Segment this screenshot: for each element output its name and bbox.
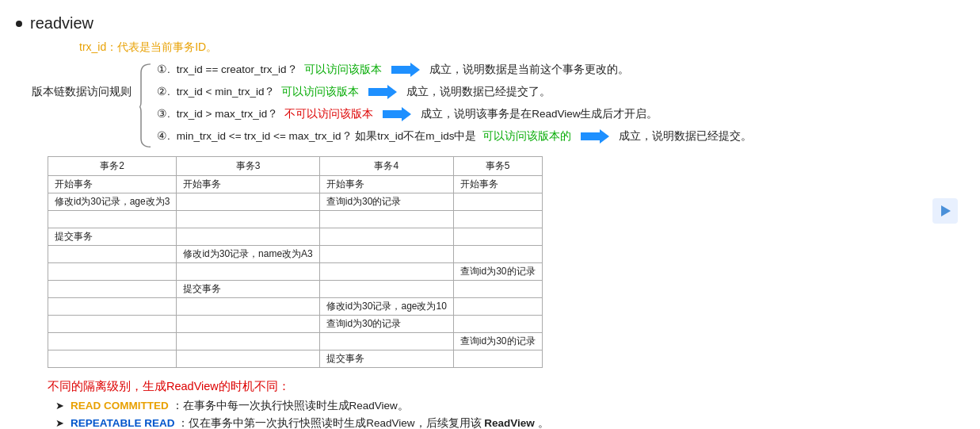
- rule-2-highlight: 可以访问该版本: [281, 84, 359, 100]
- table-header-3: 事务4: [319, 157, 453, 176]
- triangle-icon-1: ➤: [55, 400, 64, 412]
- table-row: 开始事务 开始事务 开始事务 开始事务: [48, 176, 543, 193]
- cell: [48, 211, 177, 228]
- table-row: 提交事务: [48, 281, 543, 298]
- main-content: trx_id：代表是当前事务ID。 版本链数据访问规则 ①. trx_id ==…: [32, 40, 956, 429]
- rule-3-highlight: 不可以访问该版本: [284, 106, 373, 122]
- rules-section: trx_id：代表是当前事务ID。 版本链数据访问规则 ①. trx_id ==…: [32, 40, 956, 429]
- cell: 开始事务: [319, 176, 453, 193]
- rule-3-result: 成立，说明该事务是在ReadView生成后才开启。: [421, 106, 658, 122]
- cell: [319, 281, 453, 298]
- cell: [319, 333, 453, 350]
- version-chain-wrapper: 版本链数据访问规则 ①. trx_id == creator_trx_id？ 可…: [32, 61, 956, 148]
- cell: 修改id为30记录，age改为10: [319, 298, 453, 316]
- play-button[interactable]: [932, 198, 958, 224]
- bottom-item-2-suffix: ：仅在事务中第一次执行快照读时生成ReadView，后续复用该: [177, 417, 481, 429]
- cell: [177, 228, 319, 246]
- cell: 提交事务: [319, 350, 453, 368]
- rule-1-num: ①.: [157, 62, 170, 78]
- table-row: 修改id为30记录，age改为10: [48, 298, 543, 316]
- cell: [177, 263, 319, 281]
- table-section: 事务2 事务3 事务4 事务5 开始事务 开始事务 开始事务 开始事务 修改id…: [48, 156, 956, 368]
- rule-4-text: min_trx_id <= trx_id <= max_trx_id？ 如果tr…: [177, 128, 477, 144]
- rule-3-num: ③.: [157, 106, 170, 122]
- arrow-1: [391, 61, 420, 79]
- bullet-icon: [16, 21, 22, 27]
- table-header-4: 事务5: [453, 157, 542, 176]
- rule-row-3: ③. trx_id > max_trx_id？ 不可以访问该版本 成立，说明该事…: [157, 105, 956, 123]
- rule-2-text: trx_id < min_trx_id？: [177, 84, 276, 100]
- table-header-1: 事务2: [48, 157, 177, 176]
- svg-marker-4: [941, 205, 951, 216]
- cell: [177, 316, 319, 333]
- transaction-table: 事务2 事务3 事务4 事务5 开始事务 开始事务 开始事务 开始事务 修改id…: [48, 156, 543, 368]
- cell: [48, 246, 177, 263]
- svg-marker-3: [581, 129, 609, 144]
- cell: [177, 350, 319, 368]
- trx-id-text: trx_id：代表是当前事务ID。: [79, 40, 217, 53]
- arrow-2: [368, 83, 397, 101]
- cell: 查询id为30的记录: [453, 333, 542, 350]
- table-row: 提交事务: [48, 350, 543, 368]
- rule-2-result: 成立，说明数据已经提交了。: [406, 84, 551, 100]
- arrow-3: [383, 105, 411, 123]
- cell: 修改id为30记录，age改为3: [48, 193, 177, 211]
- cell: 提交事务: [177, 281, 319, 298]
- cell: [453, 298, 542, 316]
- cell: 提交事务: [48, 228, 177, 246]
- table-row: 提交事务: [48, 228, 543, 246]
- cell: 查询id为30的记录: [319, 193, 453, 211]
- cell: [48, 281, 177, 298]
- cell: 开始事务: [453, 176, 542, 193]
- cell: [319, 263, 453, 281]
- cell: [319, 228, 453, 246]
- bottom-item-1-text: READ COMMITTED ：在事务中每一次执行快照读时生成ReadView。: [71, 399, 409, 413]
- rule-2-num: ②.: [157, 84, 170, 100]
- svg-marker-1: [368, 85, 397, 99]
- table-header-2: 事务3: [177, 157, 319, 176]
- bottom-title: 不同的隔离级别，生成ReadView的时机不同：: [48, 379, 956, 394]
- triangle-icon-2: ➤: [55, 417, 64, 429]
- version-chain-label: 版本链数据访问规则: [32, 85, 132, 99]
- cell: [48, 316, 177, 333]
- cell: 开始事务: [177, 176, 319, 193]
- cell: [177, 333, 319, 350]
- cell: 开始事务: [48, 176, 177, 193]
- rule-4-result: 成立，说明数据已经提交。: [619, 128, 752, 144]
- bottom-item-2: ➤ REPEATABLE READ ：仅在事务中第一次执行快照读时生成ReadV…: [55, 416, 956, 429]
- cell: [177, 298, 319, 316]
- repeatable-read-suffix: ReadView: [484, 417, 535, 429]
- bottom-item-2-text: REPEATABLE READ ：仅在事务中第一次执行快照读时生成ReadVie…: [71, 416, 549, 429]
- cell: [48, 298, 177, 316]
- cell: 修改id为30记录，name改为A3: [177, 246, 319, 263]
- rule-row-2: ②. trx_id < min_trx_id？ 可以访问该版本 成立，说明数据已…: [157, 83, 956, 101]
- svg-marker-2: [383, 107, 411, 121]
- rule-1-text: trx_id == creator_trx_id？: [177, 62, 298, 78]
- cell: [453, 246, 542, 263]
- rule-1-highlight: 可以访问该版本: [304, 62, 382, 78]
- cell: [453, 316, 542, 333]
- rule-4-highlight: 可以访问该版本的: [482, 128, 571, 144]
- trx-id-label: trx_id：代表是当前事务ID。: [79, 40, 956, 55]
- table-row: 查询id为30的记录: [48, 316, 543, 333]
- readview-title-row: readview: [16, 14, 956, 33]
- read-committed-label: READ COMMITTED: [71, 400, 169, 412]
- repeatable-read-label: REPEATABLE READ: [71, 417, 175, 429]
- cell: [48, 333, 177, 350]
- cell: [177, 193, 319, 211]
- cell: 查询id为30的记录: [453, 263, 542, 281]
- svg-marker-0: [391, 63, 420, 77]
- cell: [319, 211, 453, 228]
- cell: [453, 228, 542, 246]
- readview-title: readview: [30, 14, 93, 33]
- cell: [453, 350, 542, 368]
- rules-list: ①. trx_id == creator_trx_id？ 可以访问该版本 成立，…: [157, 61, 956, 145]
- brace-icon: [138, 63, 152, 148]
- cell: [319, 246, 453, 263]
- cell: [453, 281, 542, 298]
- rule-4-num: ④.: [157, 128, 170, 144]
- bottom-item-1: ➤ READ COMMITTED ：在事务中每一次执行快照读时生成ReadVie…: [55, 399, 956, 413]
- rule-row-4: ④. min_trx_id <= trx_id <= max_trx_id？ 如…: [157, 128, 956, 145]
- cell: [453, 193, 542, 211]
- table-row: [48, 211, 543, 228]
